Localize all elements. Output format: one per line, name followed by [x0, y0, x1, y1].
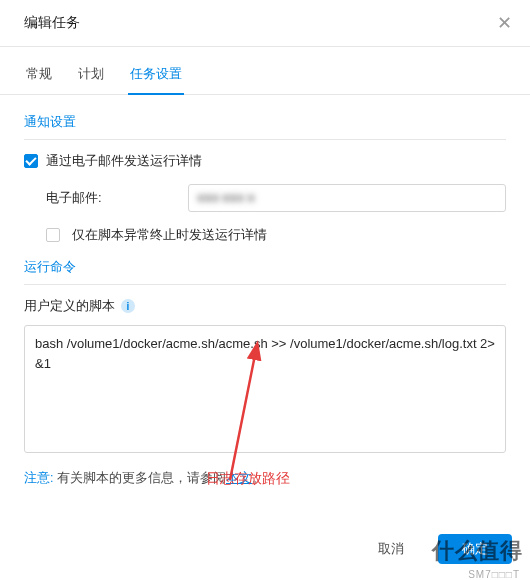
- info-icon[interactable]: i: [121, 299, 135, 313]
- script-label: 用户定义的脚本: [24, 297, 115, 315]
- ok-button[interactable]: 确定: [438, 534, 512, 564]
- script-input[interactable]: [24, 325, 506, 453]
- tab-general[interactable]: 常规: [24, 59, 54, 94]
- notify-section-title: 通知设置: [24, 113, 506, 140]
- close-icon[interactable]: ✕: [497, 14, 512, 32]
- send-email-checkbox[interactable]: [24, 154, 38, 168]
- email-field[interactable]: ■■■ ■■■ ■: [188, 184, 506, 212]
- abnormal-only-label: 仅在脚本异常终止时发送运行详情: [72, 226, 267, 244]
- tabs: 常规 计划 任务设置: [0, 47, 530, 95]
- tab-schedule[interactable]: 计划: [76, 59, 106, 94]
- note-label: 注意:: [24, 471, 53, 485]
- send-email-label: 通过电子邮件发送运行详情: [46, 152, 202, 170]
- tab-task-settings[interactable]: 任务设置: [128, 59, 184, 95]
- dialog-title: 编辑任务: [24, 14, 80, 32]
- run-section-title: 运行命令: [24, 258, 506, 285]
- cancel-button[interactable]: 取消: [354, 534, 428, 564]
- note-text: 有关脚本的更多信息，请参阅: [57, 471, 226, 485]
- abnormal-only-checkbox[interactable]: [46, 228, 60, 242]
- annotation-log-path: 日志存放路径: [206, 470, 290, 488]
- email-label: 电子邮件:: [46, 189, 176, 207]
